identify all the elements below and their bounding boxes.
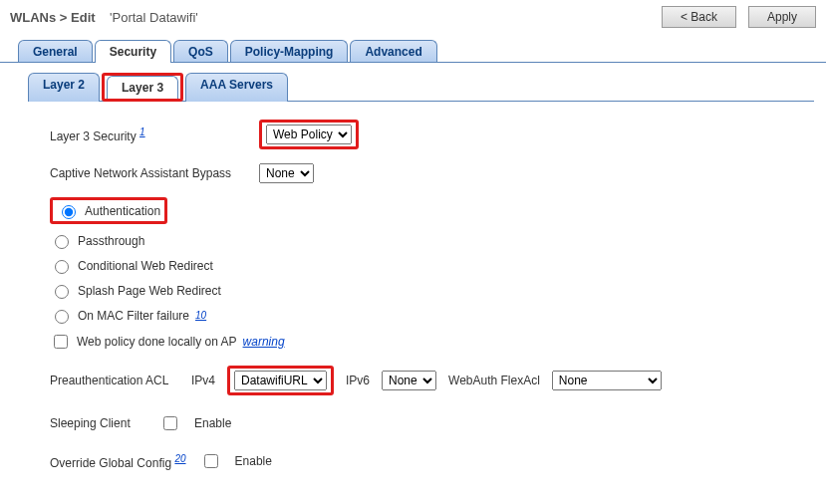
subtab-layer2[interactable]: Layer 2 bbox=[28, 73, 100, 102]
sleeping-enable-label: Enable bbox=[194, 416, 231, 430]
override-global-text: Override Global Config bbox=[50, 456, 171, 470]
check-sleeping-enable[interactable] bbox=[163, 416, 177, 430]
tab-policy-mapping[interactable]: Policy-Mapping bbox=[230, 40, 349, 63]
radio-mac-failure[interactable] bbox=[55, 310, 69, 324]
tab-advanced[interactable]: Advanced bbox=[350, 40, 436, 63]
sleeping-client-label: Sleeping Client bbox=[50, 416, 145, 430]
radio-conditional-redirect[interactable] bbox=[55, 260, 69, 274]
highlight-ipv4-select: DatawifiURL bbox=[227, 366, 334, 395]
radio-splash-redirect-label: Splash Page Web Redirect bbox=[78, 284, 221, 298]
ipv6-select[interactable]: None bbox=[382, 371, 436, 390]
breadcrumb: WLANs > Edit 'Portal Datawifi' bbox=[10, 10, 198, 25]
row-cond-redirect: Conditional Web Redirect bbox=[50, 257, 814, 274]
override-global-label: Override Global Config 20 bbox=[50, 453, 186, 470]
row-preauth-acl: Preauthentication ACL IPv4 DatawifiURL I… bbox=[50, 366, 814, 395]
footnote-10[interactable]: 10 bbox=[195, 310, 206, 321]
content-scroll[interactable]: Layer 2 Layer 3 AAA Servers Layer 3 Secu… bbox=[0, 62, 826, 480]
highlight-layer3-tab: Layer 3 bbox=[102, 73, 183, 102]
l3-security-label: Layer 3 Security 1 bbox=[50, 126, 259, 143]
check-override-enable[interactable] bbox=[204, 454, 218, 468]
radio-authentication-label: Authentication bbox=[85, 204, 160, 218]
subtab-layer3[interactable]: Layer 3 bbox=[107, 76, 178, 99]
tab-general[interactable]: General bbox=[18, 40, 93, 63]
row-sleeping-client: Sleeping Client Enable bbox=[50, 413, 814, 433]
highlight-web-policy: Web Policy bbox=[259, 120, 359, 149]
row-captive-bypass: Captive Network Assistant Bypass None bbox=[50, 163, 814, 183]
row-passthrough: Passthrough bbox=[50, 232, 814, 249]
main-tabs: General Security QoS Policy-Mapping Adva… bbox=[18, 40, 824, 63]
webauth-flexacl-select[interactable]: None bbox=[552, 371, 662, 390]
subtab-aaa-servers[interactable]: AAA Servers bbox=[185, 73, 288, 102]
breadcrumb-path: WLANs > Edit bbox=[10, 10, 96, 25]
radio-mac-failure-label: On MAC Filter failure bbox=[78, 309, 189, 323]
row-override-global: Override Global Config 20 Enable bbox=[50, 451, 814, 471]
webauth-flexacl-label: WebAuth FlexAcl bbox=[448, 374, 540, 387]
warning-link[interactable]: warning bbox=[243, 335, 285, 349]
captive-bypass-select[interactable]: None bbox=[259, 163, 314, 183]
check-webpolicy-local[interactable] bbox=[54, 335, 68, 349]
ipv4-label: IPv4 bbox=[191, 374, 215, 387]
sub-tabs: Layer 2 Layer 3 AAA Servers bbox=[28, 73, 826, 102]
back-button[interactable]: < Back bbox=[662, 6, 736, 28]
captive-bypass-label: Captive Network Assistant Bypass bbox=[50, 166, 259, 180]
layer3-panel: Layer 3 Security 1 Web Policy Captive Ne… bbox=[28, 101, 814, 480]
preauth-acl-label: Preauthentication ACL bbox=[50, 374, 179, 387]
row-auth: Authentication bbox=[50, 197, 814, 224]
radio-passthrough-label: Passthrough bbox=[78, 234, 144, 248]
l3-security-text: Layer 3 Security bbox=[50, 129, 137, 143]
webpolicy-local-label: Web policy done locally on AP bbox=[77, 335, 237, 349]
row-l3-security: Layer 3 Security 1 Web Policy bbox=[50, 120, 814, 149]
footnote-20[interactable]: 20 bbox=[174, 453, 185, 464]
row-splash-redirect: Splash Page Web Redirect bbox=[50, 282, 814, 299]
radio-authentication[interactable] bbox=[62, 205, 76, 219]
row-mac-failure: On MAC Filter failure 10 bbox=[50, 307, 814, 324]
radio-splash-redirect[interactable] bbox=[55, 285, 69, 299]
l3-security-select[interactable]: Web Policy bbox=[266, 125, 352, 144]
radio-cond-redirect-label: Conditional Web Redirect bbox=[78, 259, 213, 273]
header-buttons: < Back Apply bbox=[662, 6, 816, 28]
page-root: WLANs > Edit 'Portal Datawifi' < Back Ap… bbox=[0, 0, 826, 504]
tab-security[interactable]: Security bbox=[95, 40, 171, 63]
ipv6-label: IPv6 bbox=[346, 374, 370, 387]
override-enable-label: Enable bbox=[235, 454, 272, 468]
ipv4-select[interactable]: DatawifiURL bbox=[234, 371, 327, 390]
row-webpolicy-local: Web policy done locally on AP warning bbox=[50, 332, 814, 352]
tab-qos[interactable]: QoS bbox=[173, 40, 228, 63]
highlight-authentication: Authentication bbox=[50, 197, 167, 224]
radio-passthrough[interactable] bbox=[55, 235, 69, 249]
footnote-1[interactable]: 1 bbox=[139, 126, 145, 137]
apply-button[interactable]: Apply bbox=[748, 6, 816, 28]
breadcrumb-title: 'Portal Datawifi' bbox=[110, 10, 198, 25]
page-header: WLANs > Edit 'Portal Datawifi' < Back Ap… bbox=[0, 0, 826, 34]
